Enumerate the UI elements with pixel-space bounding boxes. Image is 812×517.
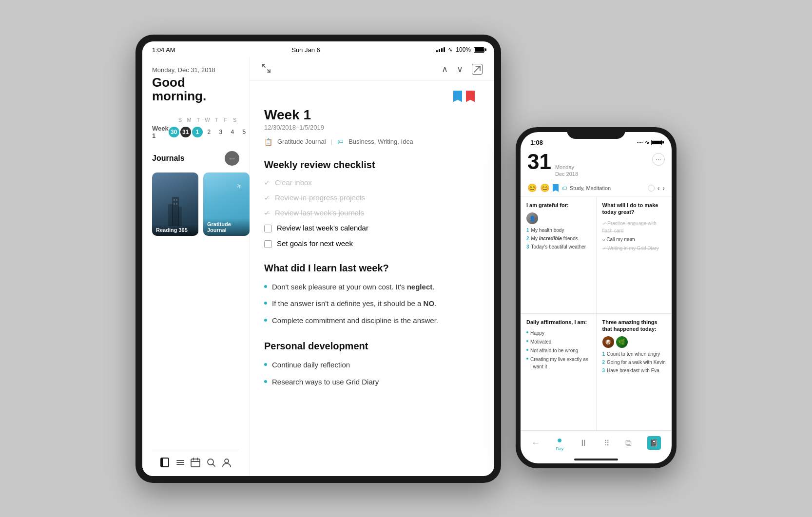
phone-emoji-2: 😊 <box>540 183 550 192</box>
svg-rect-8 <box>161 458 163 467</box>
grateful-list: 1My health body 2My incredible friends 3… <box>526 227 590 250</box>
checklist-text-2: Review in-progress projects <box>275 193 365 202</box>
journal-tag-icon: 📋 <box>264 138 272 146</box>
tag-icon: 🏷 <box>337 138 344 145</box>
expand-button[interactable] <box>261 63 271 76</box>
checklist-item-4: Review last week's calendar <box>264 224 475 232</box>
content-date-range: 12/30/2018–1/5/2019 <box>264 124 475 131</box>
week-section: S M T W T F S Week 1 30 31 <box>152 117 239 139</box>
bookmark-blue-icon[interactable] <box>453 91 462 102</box>
phone-date-block: 31 Monday Dec 2018 <box>527 151 578 178</box>
phone-cell-affirmations: Daily affirmations, I am: Happy Motivate… <box>521 314 596 430</box>
checklist-text-5: Set goals for next week <box>277 239 353 248</box>
phone-wifi-icon: ∿ <box>645 139 649 146</box>
nav-journal-icon[interactable] <box>158 456 171 469</box>
check-mark-2: ✓ <box>264 194 270 202</box>
week-date-31[interactable]: 31 <box>180 127 191 137</box>
phone-nav-back[interactable]: ← <box>531 438 540 448</box>
nav-list-icon[interactable] <box>174 456 187 469</box>
bookmark-row <box>264 91 475 102</box>
journal-card-reading365[interactable]: Reading 365 <box>152 172 198 236</box>
scene: 1:04 AM Sun Jan 6 ∿ 100% Monday, Dec 31, <box>135 35 677 483</box>
phone-nav-grid[interactable]: ⠿ <box>604 439 610 448</box>
tablet-screen: 1:04 AM Sun Jan 6 ∿ 100% Monday, Dec 31, <box>142 41 494 476</box>
week-row: Week 1 30 31 1 2 3 4 5 <box>152 125 239 139</box>
battery-percent: 100% <box>456 46 471 53</box>
svg-line-25 <box>474 66 480 72</box>
bullet-dot-pd-2 <box>264 380 267 383</box>
today-great-content: ✓ Practice language with flash-card ○ Ca… <box>602 220 666 252</box>
learn-item-1: Don't seek pleasure at your own cost. It… <box>264 282 475 293</box>
check-box-4[interactable] <box>264 225 272 232</box>
personal-dev-item-1: Continue daily reflection <box>264 360 475 371</box>
phone-prev-arrow[interactable]: ‹ <box>657 184 660 192</box>
nav-search-icon[interactable] <box>205 456 217 469</box>
amazing-item-3: 3Have breakfast with Eva <box>602 367 666 374</box>
avatar-1: 👤 <box>526 212 538 224</box>
learn-item-2: If the answer isn't a definite yes, it s… <box>264 298 475 309</box>
phone-nav-journal[interactable]: 📓 <box>647 436 661 450</box>
phone-tag-label: Study, Meditation <box>570 185 611 191</box>
learn-section-title: What did I learn last week? <box>264 263 475 274</box>
phone-nav-layers[interactable]: ⧉ <box>625 438 632 448</box>
phone-body: 31 Monday Dec 2018 ··· 😊 😊 🏷 <box>521 148 672 463</box>
learn-text-3: Complete commitment and discipline is th… <box>272 315 438 326</box>
personal-dev-item-2: Research ways to use Grid Diary <box>264 377 475 388</box>
building-graphic <box>163 192 188 226</box>
affirmation-2: Motivated <box>526 338 590 345</box>
week-label: Week 1 <box>152 125 169 139</box>
grateful-item-3: 3Today's beautiful weather <box>526 244 590 250</box>
week-date-1[interactable]: 1 <box>192 127 203 137</box>
check-box-5[interactable] <box>264 240 272 248</box>
journals-more-button[interactable]: ··· <box>225 151 239 166</box>
amazing-list: 1Count to ten when angry 2Going for a wa… <box>602 351 666 374</box>
week-date-4[interactable]: 4 <box>227 127 238 137</box>
week-date-30[interactable]: 30 <box>169 127 179 137</box>
bullet-dot-2 <box>264 302 267 305</box>
today-item-2: ○ Call my mum <box>602 236 666 243</box>
nav-profile-icon[interactable] <box>220 456 233 469</box>
personal-dev-text-2: Research ways to use Grid Diary <box>272 377 379 388</box>
week-date-3[interactable]: 3 <box>215 127 226 137</box>
phone-next-arrow[interactable]: › <box>662 184 665 192</box>
phone-cell-today-great: What will I do to make today great? ✓ Pr… <box>597 197 672 313</box>
checklist-item-1: ✓ Clear inbox <box>264 178 475 187</box>
grateful-title: I am grateful for: <box>526 202 590 209</box>
today-item-3: ✓ Writing in my Grid Diary <box>602 245 666 252</box>
phone-nav-pause[interactable]: ⏸ <box>579 438 588 448</box>
week-date-5[interactable]: 5 <box>239 127 250 137</box>
svg-rect-6 <box>176 203 177 205</box>
journal-card-gratitude[interactable]: ✈ Gratitude Journal <box>203 172 250 236</box>
phone-cell-amazing-things: Three amazing things that happened today… <box>597 314 672 430</box>
phone-header: 31 Monday Dec 2018 ··· <box>521 148 672 182</box>
svg-line-17 <box>213 464 215 467</box>
personal-dev-title: Personal development <box>264 341 475 352</box>
prev-button[interactable]: ∧ <box>442 64 448 75</box>
phone-more-button[interactable]: ··· <box>652 153 665 166</box>
tablet-body: Monday, Dec 31, 2018 Good morning. S M T… <box>142 57 494 476</box>
svg-point-18 <box>225 459 229 463</box>
phone-battery-icon <box>651 140 662 145</box>
nav-calendar-icon[interactable] <box>189 456 202 469</box>
affirmation-3: Not afraid to be wrong <box>526 347 590 354</box>
phone-circle-nav <box>648 185 655 191</box>
phone-nav-day[interactable]: ● Day <box>556 435 563 451</box>
checklist-item-2: ✓ Review in-progress projects <box>264 193 475 202</box>
tablet-time: 1:04 AM <box>152 46 175 54</box>
journals-title: Journals <box>152 154 185 163</box>
svg-rect-3 <box>174 199 175 201</box>
phone-time: 1:08 <box>530 139 543 146</box>
bullet-dot-1 <box>264 285 267 288</box>
journal-card-gratitude-label: Gratitude Journal <box>203 218 250 236</box>
bookmark-red-icon[interactable] <box>466 91 475 102</box>
affirmations-content: Happy Motivated Not afraid to be wrong C… <box>526 329 590 370</box>
journal-tag-label: Gratitude Journal <box>277 138 326 145</box>
next-button[interactable]: ∨ <box>457 64 463 75</box>
phone-bottom-nav: ← ● Day ⏸ ⠿ ⧉ 📓 <box>521 430 672 456</box>
week-date-2[interactable]: 2 <box>204 127 214 137</box>
amazing-things-title: Three amazing things that happened today… <box>602 319 666 333</box>
svg-rect-2 <box>178 207 182 226</box>
share-button[interactable] <box>472 64 483 75</box>
learn-text-2: If the answer isn't a definite yes, it s… <box>272 298 436 309</box>
weekly-review-title: Weekly review checklist <box>264 159 475 171</box>
